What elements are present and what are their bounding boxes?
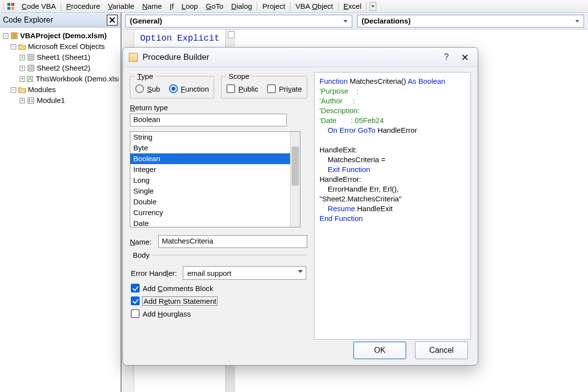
sheet-icon (27, 53, 35, 61)
folder-icon (18, 86, 26, 94)
list-item[interactable]: Integer (130, 164, 300, 175)
radio-function-label: unction (185, 85, 209, 93)
list-item[interactable]: Boolean (130, 153, 300, 164)
list-item[interactable]: Single (130, 186, 300, 196)
tree-item[interactable]: Module1 (37, 95, 65, 106)
tree-group[interactable]: Microsoft Excel Objects (28, 41, 105, 52)
name-label: Name: (130, 238, 151, 246)
toolbar-overflow-icon[interactable] (369, 2, 376, 11)
expand-icon[interactable]: − (3, 33, 8, 39)
project-tree[interactable]: − VBAProject (Demo.xlsm) − Microsoft Exc… (0, 27, 121, 109)
panel-close-button[interactable] (107, 15, 118, 25)
type-group: Type Sub Function (130, 72, 214, 98)
menu-excel[interactable]: Excel (340, 0, 366, 13)
error-handler-select[interactable]: email support (183, 266, 306, 280)
code-line: Option Explicit (140, 33, 220, 43)
menu-name[interactable]: Name (138, 0, 166, 13)
menu-loop[interactable]: Loop (178, 0, 202, 13)
svg-rect-5 (28, 54, 34, 60)
workbook-icon (26, 75, 34, 83)
menu-goto[interactable]: GoTo (202, 0, 227, 13)
chevron-down-icon (298, 270, 303, 273)
procedure-builder-dialog: Procedure Builder ? Type Sub Function Sc… (122, 47, 478, 366)
tree-group[interactable]: Modules (28, 84, 56, 95)
scope-group: Scope Public Private (221, 72, 307, 98)
check-add-return[interactable]: Add Return Statement (131, 296, 306, 305)
module-icon (27, 97, 35, 104)
expand-icon[interactable]: − (11, 87, 16, 93)
expand-icon[interactable]: + (20, 98, 25, 103)
svg-rect-3 (11, 7, 14, 10)
expand-icon[interactable]: + (20, 55, 25, 60)
svg-point-9 (29, 99, 30, 100)
dialog-icon (129, 53, 138, 62)
type-listbox[interactable]: String Byte Boolean Integer Long Single … (130, 131, 300, 227)
dialog-help-button[interactable]: ? (440, 50, 453, 64)
check-add-hourglass[interactable]: Add Hourglass (131, 309, 306, 318)
code-preview: Function MatchesCriteria() As Boolean 'P… (314, 72, 471, 340)
vba-project-icon (10, 32, 18, 40)
dialog-title-bar[interactable]: Procedure Builder ? (123, 48, 478, 67)
app-icon (7, 2, 15, 10)
check-private[interactable]: Private (267, 84, 302, 93)
object-combo-value: (General) (130, 17, 162, 25)
expand-icon[interactable]: + (20, 66, 25, 71)
svg-rect-1 (11, 3, 14, 6)
expand-icon[interactable]: − (11, 44, 16, 49)
close-icon (461, 53, 469, 61)
list-scrollbar[interactable] (290, 132, 300, 227)
sheet-icon (27, 64, 35, 72)
tree-item[interactable]: ThisWorkbook (Demo.xlsm) (36, 74, 119, 84)
menu-project[interactable]: Project (258, 0, 289, 13)
svg-rect-2 (7, 7, 10, 10)
menu-if[interactable]: If (166, 0, 177, 13)
menu-dialog[interactable]: Dialog (227, 0, 256, 13)
tree-root[interactable]: VBAProject (Demo.xlsm) (20, 30, 107, 41)
expand-icon[interactable]: + (20, 76, 24, 82)
dialog-close-button[interactable] (458, 50, 472, 64)
radio-sub[interactable]: Sub (135, 84, 160, 93)
ok-button[interactable]: OK (353, 342, 406, 359)
name-input[interactable]: MatchesCriteria (158, 235, 307, 248)
close-icon (109, 17, 116, 24)
menu-code-vba[interactable]: Code VBA (18, 0, 60, 13)
radio-sub-label: ub (152, 85, 160, 93)
list-item[interactable]: Double (130, 196, 300, 207)
code-explorer-panel: Code Explorer − VBAProject (Demo.xlsm) −… (0, 13, 122, 392)
svg-rect-8 (28, 98, 34, 103)
cancel-button[interactable]: Cancel (415, 342, 468, 359)
error-handler-label: Error Handler: (131, 269, 177, 277)
svg-rect-6 (28, 65, 34, 71)
chevron-down-icon (341, 17, 350, 26)
check-public[interactable]: Public (226, 84, 258, 93)
svg-rect-0 (7, 3, 10, 6)
menu-variable[interactable]: Variable (104, 0, 138, 13)
radio-function[interactable]: Function (169, 84, 209, 93)
panel-title-bar: Code Explorer (0, 13, 121, 27)
dialog-title: Procedure Builder (143, 52, 435, 62)
menu-vba-object[interactable]: VBA Object (292, 0, 337, 13)
toolbar-grip-icon (2, 2, 5, 11)
folder-icon (18, 43, 26, 50)
tree-item[interactable]: Sheet2 (Sheet2) (37, 63, 90, 74)
scope-legend: Scope (226, 72, 251, 80)
type-legend: ype (141, 72, 153, 80)
body-group: Body Error Handler: email support Add Co… (130, 251, 307, 322)
chevron-down-icon (573, 17, 582, 26)
list-item[interactable]: Currency (130, 207, 300, 218)
list-item[interactable]: Byte (130, 143, 300, 153)
svg-point-10 (29, 101, 30, 102)
tree-item[interactable]: Sheet1 (Sheet1) (37, 52, 90, 63)
menu-bar: Code VBA Procedure Variable Name If Loop… (0, 0, 588, 13)
list-item[interactable]: Date (130, 218, 300, 227)
procedure-combo-value: (Declarations) (362, 17, 411, 25)
object-combo[interactable]: (General) (125, 15, 352, 27)
return-type-label: Return type (130, 103, 307, 112)
menu-procedure[interactable]: Procedure (62, 0, 104, 13)
procedure-combo[interactable]: (Declarations) (357, 15, 584, 27)
check-add-comments[interactable]: Add Comments Block (131, 284, 306, 293)
panel-title-text: Code Explorer (3, 16, 53, 24)
list-item[interactable]: Long (130, 175, 300, 186)
list-item[interactable]: String (130, 132, 300, 143)
return-type-input[interactable]: Boolean (130, 114, 287, 126)
